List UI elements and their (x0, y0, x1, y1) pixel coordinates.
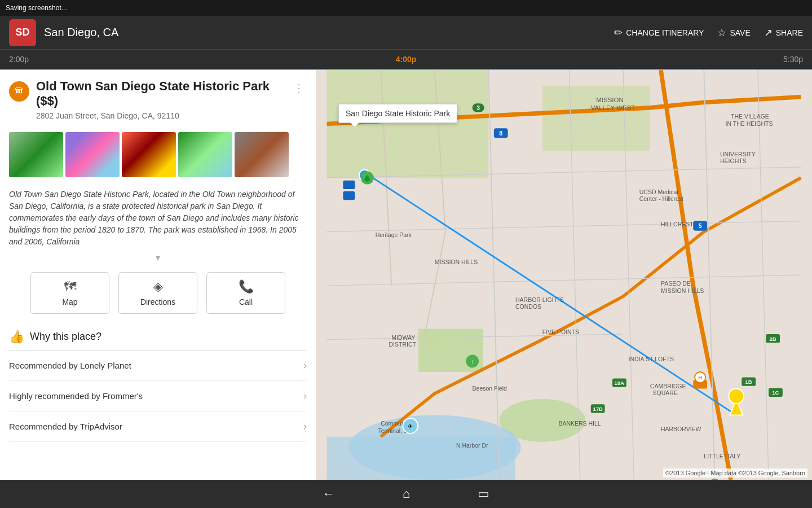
left-panel: 🏛 Old Town San Diego State Historic Park… (0, 70, 316, 480)
recents-button[interactable]: ▭ (478, 487, 489, 501)
svg-text:FIVE POINTS: FIVE POINTS (542, 329, 579, 335)
system-bar-text: Saving screenshot... (6, 4, 67, 12)
svg-rect-9 (343, 181, 355, 189)
svg-point-14 (729, 389, 744, 404)
svg-text:MIDWAY: MIDWAY (391, 334, 415, 341)
map-canvas[interactable]: 🌲 3 2A 2B 2C 8 5 M (316, 70, 812, 480)
back-button[interactable]: ← (323, 487, 335, 501)
timeline-time-right: 5:30p (783, 55, 803, 64)
timeline-time-left: 2:00p (9, 55, 29, 64)
main-content: 🏛 Old Town San Diego State Historic Park… (0, 70, 812, 480)
chevron-right-icon-3: › (303, 421, 307, 432)
chevron-right-icon-2: › (303, 390, 307, 402)
map-panel: 🌲 3 2A 2B 2C 8 5 M (316, 70, 812, 480)
header-actions: ✏ CHANGE ITINERARY ☆ SAVE ↗ SHARE (614, 27, 803, 39)
timeline-bar: 2:00p 4:00p 5:30p (0, 50, 812, 70)
bottom-nav: ← ⌂ ▭ (0, 480, 812, 508)
svg-text:5: 5 (699, 222, 702, 229)
svg-text:MISSION HILLS: MISSION HILLS (435, 259, 478, 265)
place-menu-button[interactable]: ⋮ (291, 79, 307, 97)
svg-text:✈: ✈ (408, 423, 413, 430)
svg-text:PASEO DE: PASEO DE (661, 280, 691, 287)
svg-text:MISSION HILLS: MISSION HILLS (661, 287, 704, 294)
place-info: Old Town San Diego State Historic Park (… (36, 79, 291, 120)
expand-description-button[interactable]: ▾ (0, 250, 316, 265)
photo-3[interactable] (122, 132, 176, 177)
svg-text:HEIGHTS: HEIGHTS (720, 157, 747, 164)
svg-text:LITTLE ITALY: LITTLE ITALY (704, 453, 740, 459)
system-bar: Saving screenshot... (0, 0, 812, 16)
svg-text:17B: 17B (593, 406, 603, 412)
svg-text:CAMBRIDGE: CAMBRIDGE (650, 383, 686, 389)
map-tooltip: San Diego State Historic Park (338, 104, 457, 123)
app-logo: SD (9, 19, 36, 46)
svg-text:SQUARE: SQUARE (653, 389, 678, 396)
city-name: San Diego, CA (44, 26, 614, 39)
recommendation-tripadvisor[interactable]: Recommended by TripAdvisor › (9, 411, 307, 442)
map-svg: 🌲 3 2A 2B 2C 8 5 M (316, 70, 812, 480)
place-description: Old Town San Diego State Historic Park, … (0, 184, 316, 250)
why-section: 👍 Why this place? Recommended by Lonely … (0, 323, 316, 442)
svg-text:2B: 2B (770, 336, 776, 342)
svg-text:18A: 18A (615, 380, 625, 386)
home-button[interactable]: ⌂ (403, 487, 410, 501)
svg-text:Heritage Park: Heritage Park (376, 231, 412, 238)
place-title: Old Town San Diego State Historic Park (… (36, 79, 291, 109)
map-attribution: ©2013 Google · Map data ©2013 Google, Sa… (663, 468, 807, 478)
photo-1[interactable] (9, 132, 63, 177)
svg-text:DISTRICT: DISTRICT (389, 341, 417, 348)
svg-rect-10 (343, 191, 355, 200)
share-button[interactable]: ↗ SHARE (764, 27, 803, 39)
svg-text:Center - Hillcrest: Center - Hillcrest (639, 195, 683, 202)
svg-text:🌲: 🌲 (363, 174, 372, 182)
chevron-right-icon: › (303, 360, 307, 371)
svg-text:UCSD Medical: UCSD Medical (639, 189, 678, 195)
place-icon: 🏛 (9, 81, 29, 102)
recommendation-lonely-planet[interactable]: Recommended by Lonely Planet › (9, 351, 307, 381)
svg-text:HILLCREST: HILLCREST (661, 221, 694, 227)
call-button[interactable]: 📞 Call (206, 272, 285, 314)
photo-2[interactable] (65, 132, 120, 177)
svg-text:1C: 1C (772, 389, 779, 396)
photo-strip (0, 125, 316, 184)
svg-text:VALLEY WEST: VALLEY WEST (591, 104, 636, 111)
map-icon: 🗺 (64, 279, 76, 294)
svg-text:IN THE HEIGHTS: IN THE HEIGHTS (726, 120, 773, 127)
svg-text:1B: 1B (745, 379, 752, 385)
svg-text:N Harbor Dr: N Harbor Dr (456, 442, 488, 449)
svg-text:UNIVERSITY: UNIVERSITY (720, 151, 756, 157)
svg-text:H: H (698, 374, 702, 380)
svg-text:INDIA ST LOFTS: INDIA ST LOFTS (629, 356, 674, 362)
photo-5[interactable] (235, 132, 289, 177)
star-icon: ☆ (717, 27, 726, 39)
place-address: 2802 Juan Street, San Diego, CA, 92110 (36, 111, 291, 120)
change-itinerary-button[interactable]: ✏ CHANGE ITINERARY (614, 27, 704, 39)
svg-text:BANKERS HILL: BANKERS HILL (558, 420, 601, 427)
action-buttons: 🗺 Map ◈ Directions 📞 Call (0, 265, 316, 323)
app-header: SD San Diego, CA ✏ CHANGE ITINERARY ☆ SA… (0, 16, 812, 50)
svg-text:THE VILLAGE: THE VILLAGE (731, 113, 769, 120)
recommendation-frommers[interactable]: Highly recommended by Frommer's › (9, 381, 307, 411)
directions-button[interactable]: ◈ Directions (118, 272, 197, 314)
why-header: 👍 Why this place? (9, 330, 307, 351)
svg-text:↑: ↑ (471, 358, 474, 365)
svg-text:HARBOR LIGHTS: HARBOR LIGHTS (515, 296, 564, 303)
svg-text:CONDOS: CONDOS (515, 303, 541, 310)
phone-icon: 📞 (239, 279, 254, 294)
thumbs-up-icon: 👍 (9, 330, 24, 344)
svg-text:8: 8 (499, 130, 502, 137)
svg-text:HARBORVIEW: HARBORVIEW (661, 426, 701, 432)
share-icon: ↗ (764, 27, 773, 39)
svg-text:MISSION: MISSION (596, 97, 623, 103)
svg-rect-2 (542, 86, 650, 151)
timeline-time-center: 4:00p (396, 55, 417, 64)
svg-text:Beeson Field: Beeson Field (473, 385, 507, 392)
photo-4[interactable] (178, 132, 232, 177)
map-button[interactable]: 🗺 Map (30, 272, 109, 314)
pencil-icon: ✏ (614, 27, 623, 39)
save-button[interactable]: ☆ SAVE (717, 27, 750, 39)
place-header: 🏛 Old Town San Diego State Historic Park… (0, 70, 316, 125)
directions-icon: ◈ (153, 279, 163, 294)
svg-text:3: 3 (476, 104, 480, 111)
